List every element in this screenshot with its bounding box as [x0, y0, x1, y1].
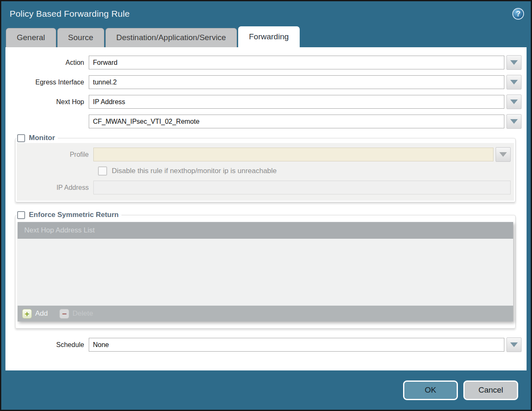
tab-destination-application-service[interactable]: Destination/Application/Service — [105, 28, 237, 47]
chevron-down-icon — [510, 80, 518, 84]
tab-source[interactable]: Source — [57, 28, 104, 47]
egress-interface-select[interactable]: tunnel.2 — [89, 75, 504, 89]
monitor-fieldset: Monitor Profile Disable this rule if nex… — [15, 134, 516, 202]
profile-select — [93, 148, 493, 161]
chevron-down-icon — [510, 100, 518, 104]
next-hop-address-dropdown-button[interactable] — [506, 114, 522, 129]
egress-interface-dropdown-button[interactable] — [506, 75, 522, 89]
egress-interface-row: Egress Interface tunnel.2 — [5, 75, 522, 89]
schedule-row: Schedule None — [5, 337, 522, 352]
table-toolbar: + Add − Delete — [18, 306, 513, 322]
monitor-legend-label: Monitor — [29, 134, 55, 142]
policy-based-forwarding-dialog: Policy Based Forwarding Rule ? General S… — [0, 0, 532, 411]
next-hop-address-select[interactable]: CF_MWAN_IPsec_VTI_02_Remote — [89, 115, 504, 128]
delete-button-label: Delete — [72, 309, 93, 318]
tab-general[interactable]: General — [6, 28, 56, 47]
enforce-symmetric-return-legend: Enforce Symmetric Return — [16, 211, 121, 219]
profile-dropdown-button — [496, 147, 511, 162]
enforce-symmetric-return-checkbox[interactable] — [17, 211, 25, 219]
ok-button[interactable]: OK — [403, 380, 458, 400]
title-bar: Policy Based Forwarding Rule ? — [1, 1, 531, 26]
monitor-ip-address-row: IP Address — [17, 181, 511, 194]
schedule-select[interactable]: None — [89, 338, 504, 352]
monitor-ip-address-input — [93, 181, 511, 194]
plus-icon: + — [22, 309, 32, 319]
help-icon[interactable]: ? — [512, 8, 524, 20]
chevron-down-icon — [510, 119, 518, 124]
monitor-ip-address-label: IP Address — [17, 184, 93, 191]
egress-interface-label: Egress Interface — [5, 79, 89, 86]
next-hop-address-list-body[interactable] — [18, 239, 513, 306]
add-button-label: Add — [35, 309, 48, 318]
next-hop-row: Next Hop IP Address — [5, 94, 522, 109]
minus-icon: − — [59, 309, 69, 319]
cancel-button[interactable]: Cancel — [463, 380, 518, 400]
monitor-legend: Monitor — [16, 134, 58, 142]
next-hop-address-list-header: Next Hop Address List — [18, 222, 513, 239]
forwarding-tab-panel: Action Forward Egress Interface tunnel.2… — [5, 47, 527, 370]
chevron-down-icon — [510, 60, 518, 65]
action-select[interactable]: Forward — [89, 56, 504, 69]
dialog-footer: OK Cancel — [1, 370, 531, 410]
chevron-down-icon — [510, 342, 518, 347]
next-hop-label: Next Hop — [5, 98, 89, 106]
enforce-symmetric-return-label: Enforce Symmetric Return — [29, 211, 118, 219]
next-hop-type-select[interactable]: IP Address — [89, 95, 504, 109]
tab-strip: General Source Destination/Application/S… — [1, 26, 531, 47]
tab-forwarding[interactable]: Forwarding — [238, 26, 300, 47]
next-hop-address-row: CF_MWAN_IPsec_VTI_02_Remote — [5, 114, 522, 129]
disable-rule-row: Disable this rule if nexthop/monitor ip … — [98, 166, 511, 176]
enforce-symmetric-return-fieldset: Enforce Symmetric Return Next Hop Addres… — [15, 211, 516, 329]
schedule-dropdown-button[interactable] — [506, 337, 522, 352]
monitor-checkbox[interactable] — [17, 134, 25, 142]
profile-row: Profile — [17, 147, 511, 162]
profile-label: Profile — [17, 151, 93, 158]
chevron-down-icon — [499, 152, 507, 157]
next-hop-dropdown-button[interactable] — [506, 94, 522, 109]
add-button[interactable]: + Add — [22, 309, 48, 319]
schedule-label: Schedule — [5, 341, 89, 349]
dialog-title: Policy Based Forwarding Rule — [10, 9, 130, 19]
action-row: Action Forward — [5, 55, 522, 70]
delete-button: − Delete — [59, 309, 93, 319]
action-dropdown-button[interactable] — [506, 55, 522, 70]
disable-rule-label: Disable this rule if nexthop/monitor ip … — [112, 167, 277, 175]
next-hop-address-list-table: Next Hop Address List + Add − Delete — [18, 222, 513, 322]
action-label: Action — [5, 59, 89, 66]
disable-rule-checkbox — [98, 166, 107, 176]
monitor-panel: Profile Disable this rule if nexthop/mon… — [17, 143, 514, 201]
